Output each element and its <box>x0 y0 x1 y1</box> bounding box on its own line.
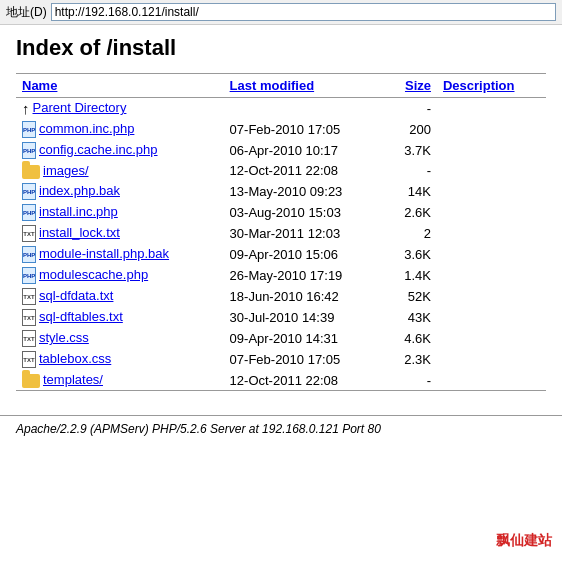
folder-icon <box>22 165 40 179</box>
col-size[interactable]: Size <box>386 74 437 98</box>
server-footer: Apache/2.2.9 (APMServ) PHP/5.2.6 Server … <box>0 415 562 442</box>
php-file-icon: PHP <box>22 267 36 284</box>
file-size-cell: 43K <box>386 307 437 328</box>
file-link[interactable]: install.inc.php <box>39 204 118 219</box>
table-row: images/12-Oct-2011 22:08- <box>16 161 546 181</box>
table-row: ↑Parent Directory- <box>16 98 546 120</box>
back-icon: ↑ <box>22 100 30 117</box>
file-size-cell: 4.6K <box>386 328 437 349</box>
file-date-cell: 12-Oct-2011 22:08 <box>224 161 387 181</box>
file-link[interactable]: style.css <box>39 330 89 345</box>
file-size-cell: 14K <box>386 181 437 202</box>
php-file-icon: PHP <box>22 142 36 159</box>
txt-file-icon: TXT <box>22 225 36 242</box>
file-desc-cell <box>437 202 546 223</box>
file-desc-cell <box>437 286 546 307</box>
file-name-cell: TXTtablebox.css <box>16 349 224 370</box>
file-link[interactable]: tablebox.css <box>39 351 111 366</box>
file-link[interactable]: sql-dftables.txt <box>39 309 123 324</box>
file-desc-cell <box>437 349 546 370</box>
address-label: 地址(D) <box>6 4 47 21</box>
txt-file-icon: TXT <box>22 288 36 305</box>
file-name-cell: PHPinstall.inc.php <box>16 202 224 223</box>
file-size-cell: 1.4K <box>386 265 437 286</box>
txt-file-icon: TXT <box>22 330 36 347</box>
file-name-cell: images/ <box>16 161 224 181</box>
table-row: TXTstyle.css09-Apr-2010 14:314.6K <box>16 328 546 349</box>
file-desc-cell <box>437 161 546 181</box>
table-row: PHPindex.php.bak13-May-2010 09:2314K <box>16 181 546 202</box>
file-name-cell: templates/ <box>16 370 224 390</box>
file-date-cell: 30-Jul-2010 14:39 <box>224 307 387 328</box>
table-header-row: Name Last modified Size Description <box>16 74 546 98</box>
file-link[interactable]: sql-dfdata.txt <box>39 288 113 303</box>
file-name-cell: PHPmodule-install.php.bak <box>16 244 224 265</box>
file-link[interactable]: config.cache.inc.php <box>39 142 158 157</box>
file-name-cell: TXTsql-dfdata.txt <box>16 286 224 307</box>
file-desc-cell <box>437 370 546 390</box>
table-row: PHPmodule-install.php.bak09-Apr-2010 15:… <box>16 244 546 265</box>
address-bar: 地址(D) <box>0 0 562 25</box>
table-row: PHPcommon.inc.php07-Feb-2010 17:05200 <box>16 119 546 140</box>
file-size-cell: 3.7K <box>386 140 437 161</box>
file-desc-cell <box>437 119 546 140</box>
php-file-icon: PHP <box>22 183 36 200</box>
file-name-cell: TXTinstall_lock.txt <box>16 223 224 244</box>
address-input[interactable] <box>51 3 556 21</box>
file-desc-cell <box>437 223 546 244</box>
file-size-cell: - <box>386 370 437 390</box>
file-date-cell: 09-Apr-2010 15:06 <box>224 244 387 265</box>
file-desc-cell <box>437 140 546 161</box>
file-size-cell: - <box>386 161 437 181</box>
file-desc-cell <box>437 328 546 349</box>
file-size-cell: 2.3K <box>386 349 437 370</box>
file-link[interactable]: images/ <box>43 163 89 178</box>
file-desc-cell <box>437 98 546 120</box>
table-row: PHPconfig.cache.inc.php06-Apr-2010 10:17… <box>16 140 546 161</box>
php-file-icon: PHP <box>22 121 36 138</box>
table-row: PHPinstall.inc.php03-Aug-2010 15:032.6K <box>16 202 546 223</box>
table-row: templates/12-Oct-2011 22:08- <box>16 370 546 390</box>
col-last-modified[interactable]: Last modified <box>224 74 387 98</box>
file-date-cell: 07-Feb-2010 17:05 <box>224 349 387 370</box>
file-name-cell: TXTsql-dftables.txt <box>16 307 224 328</box>
table-row: TXTsql-dftables.txt30-Jul-2010 14:3943K <box>16 307 546 328</box>
file-name-cell: PHPcommon.inc.php <box>16 119 224 140</box>
file-size-cell: 2.6K <box>386 202 437 223</box>
file-name-cell: ↑Parent Directory <box>16 98 224 120</box>
table-row: TXTtablebox.css07-Feb-2010 17:052.3K <box>16 349 546 370</box>
table-row: TXTinstall_lock.txt30-Mar-2011 12:032 <box>16 223 546 244</box>
php-file-icon: PHP <box>22 246 36 263</box>
file-name-cell: PHPconfig.cache.inc.php <box>16 140 224 161</box>
folder-icon <box>22 374 40 388</box>
table-row: TXTsql-dfdata.txt18-Jun-2010 16:4252K <box>16 286 546 307</box>
php-file-icon: PHP <box>22 204 36 221</box>
file-link[interactable]: templates/ <box>43 372 103 387</box>
file-link[interactable]: common.inc.php <box>39 121 134 136</box>
col-name[interactable]: Name <box>16 74 224 98</box>
file-date-cell: 03-Aug-2010 15:03 <box>224 202 387 223</box>
file-link[interactable]: install_lock.txt <box>39 225 120 240</box>
file-date-cell: 26-May-2010 17:19 <box>224 265 387 286</box>
file-size-cell: - <box>386 98 437 120</box>
file-date-cell: 09-Apr-2010 14:31 <box>224 328 387 349</box>
file-date-cell: 18-Jun-2010 16:42 <box>224 286 387 307</box>
watermark: 飘仙建站 <box>496 532 552 550</box>
file-listing-table: Name Last modified Size Description ↑Par… <box>16 73 546 391</box>
main-content: Index of /install Name Last modified Siz… <box>0 25 562 411</box>
file-link[interactable]: module-install.php.bak <box>39 246 169 261</box>
file-date-cell: 13-May-2010 09:23 <box>224 181 387 202</box>
file-desc-cell <box>437 307 546 328</box>
file-name-cell: TXTstyle.css <box>16 328 224 349</box>
file-desc-cell <box>437 181 546 202</box>
file-link[interactable]: index.php.bak <box>39 183 120 198</box>
file-name-cell: PHPindex.php.bak <box>16 181 224 202</box>
col-description[interactable]: Description <box>437 74 546 98</box>
file-size-cell: 2 <box>386 223 437 244</box>
file-link[interactable]: modulescache.php <box>39 267 148 282</box>
file-desc-cell <box>437 244 546 265</box>
file-link[interactable]: Parent Directory <box>33 100 127 115</box>
txt-file-icon: TXT <box>22 351 36 368</box>
table-row: PHPmodulescache.php26-May-2010 17:191.4K <box>16 265 546 286</box>
file-size-cell: 3.6K <box>386 244 437 265</box>
